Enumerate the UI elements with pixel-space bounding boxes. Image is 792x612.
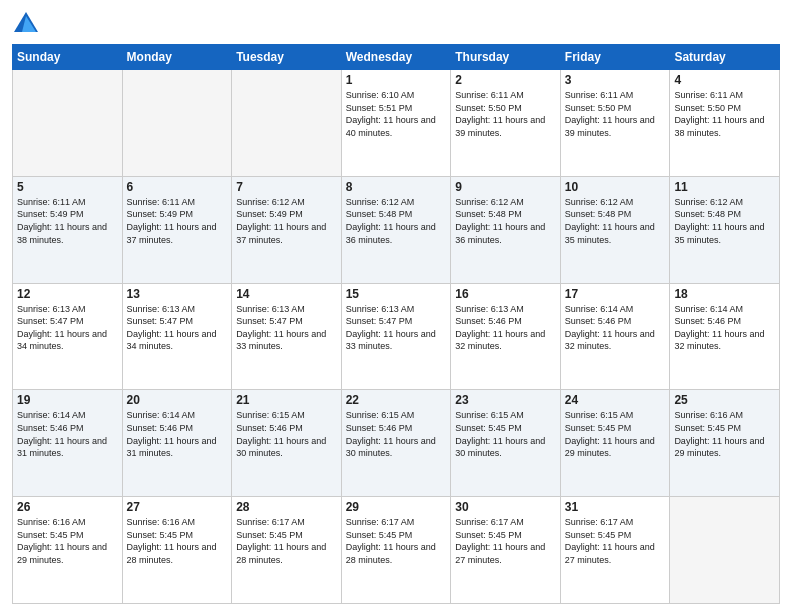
sunset-text: Sunset: 5:46 PM [565,316,632,326]
day-info: Sunrise: 6:11 AM Sunset: 5:49 PM Dayligh… [17,196,118,246]
day-info: Sunrise: 6:16 AM Sunset: 5:45 PM Dayligh… [674,409,775,459]
day-number: 18 [674,287,775,301]
day-number: 22 [346,393,447,407]
sunrise-text: Sunrise: 6:11 AM [17,197,86,207]
day-info: Sunrise: 6:12 AM Sunset: 5:48 PM Dayligh… [565,196,666,246]
sunset-text: Sunset: 5:50 PM [674,103,741,113]
calendar-day-cell: 17 Sunrise: 6:14 AM Sunset: 5:46 PM Dayl… [560,283,670,390]
sunset-text: Sunset: 5:49 PM [127,209,194,219]
calendar-day-cell: 26 Sunrise: 6:16 AM Sunset: 5:45 PM Dayl… [13,497,123,604]
daylight-text: Daylight: 11 hours and 31 minutes. [127,436,217,459]
day-number: 19 [17,393,118,407]
page: SundayMondayTuesdayWednesdayThursdayFrid… [0,0,792,612]
sunset-text: Sunset: 5:45 PM [455,530,522,540]
daylight-text: Daylight: 11 hours and 30 minutes. [236,436,326,459]
sunrise-text: Sunrise: 6:11 AM [455,90,524,100]
calendar-week-row: 19 Sunrise: 6:14 AM Sunset: 5:46 PM Dayl… [13,390,780,497]
sunrise-text: Sunrise: 6:13 AM [17,304,86,314]
calendar-day-cell: 31 Sunrise: 6:17 AM Sunset: 5:45 PM Dayl… [560,497,670,604]
calendar-day-cell: 13 Sunrise: 6:13 AM Sunset: 5:47 PM Dayl… [122,283,232,390]
sunrise-text: Sunrise: 6:16 AM [127,517,196,527]
day-number: 26 [17,500,118,514]
daylight-text: Daylight: 11 hours and 36 minutes. [455,222,545,245]
day-info: Sunrise: 6:10 AM Sunset: 5:51 PM Dayligh… [346,89,447,139]
calendar-week-row: 1 Sunrise: 6:10 AM Sunset: 5:51 PM Dayli… [13,70,780,177]
sunset-text: Sunset: 5:46 PM [127,423,194,433]
daylight-text: Daylight: 11 hours and 34 minutes. [127,329,217,352]
calendar-day-cell: 21 Sunrise: 6:15 AM Sunset: 5:46 PM Dayl… [232,390,342,497]
daylight-text: Daylight: 11 hours and 32 minutes. [455,329,545,352]
daylight-text: Daylight: 11 hours and 28 minutes. [346,542,436,565]
sunset-text: Sunset: 5:45 PM [455,423,522,433]
sunset-text: Sunset: 5:49 PM [236,209,303,219]
sunrise-text: Sunrise: 6:14 AM [674,304,743,314]
daylight-text: Daylight: 11 hours and 30 minutes. [346,436,436,459]
sunset-text: Sunset: 5:45 PM [674,423,741,433]
day-number: 5 [17,180,118,194]
day-info: Sunrise: 6:14 AM Sunset: 5:46 PM Dayligh… [17,409,118,459]
header [12,10,780,38]
calendar-day-cell: 15 Sunrise: 6:13 AM Sunset: 5:47 PM Dayl… [341,283,451,390]
day-info: Sunrise: 6:11 AM Sunset: 5:50 PM Dayligh… [455,89,556,139]
calendar-day-cell: 18 Sunrise: 6:14 AM Sunset: 5:46 PM Dayl… [670,283,780,390]
day-number: 25 [674,393,775,407]
day-number: 3 [565,73,666,87]
daylight-text: Daylight: 11 hours and 38 minutes. [674,115,764,138]
calendar-day-cell: 27 Sunrise: 6:16 AM Sunset: 5:45 PM Dayl… [122,497,232,604]
day-info: Sunrise: 6:17 AM Sunset: 5:45 PM Dayligh… [565,516,666,566]
day-info: Sunrise: 6:13 AM Sunset: 5:47 PM Dayligh… [127,303,228,353]
daylight-text: Daylight: 11 hours and 35 minutes. [674,222,764,245]
calendar-day-cell: 4 Sunrise: 6:11 AM Sunset: 5:50 PM Dayli… [670,70,780,177]
calendar-day-header: Thursday [451,45,561,70]
calendar-day-cell: 12 Sunrise: 6:13 AM Sunset: 5:47 PM Dayl… [13,283,123,390]
sunrise-text: Sunrise: 6:15 AM [236,410,305,420]
sunset-text: Sunset: 5:45 PM [565,423,632,433]
sunset-text: Sunset: 5:50 PM [455,103,522,113]
daylight-text: Daylight: 11 hours and 40 minutes. [346,115,436,138]
sunrise-text: Sunrise: 6:17 AM [455,517,524,527]
sunrise-text: Sunrise: 6:17 AM [236,517,305,527]
day-number: 8 [346,180,447,194]
sunrise-text: Sunrise: 6:12 AM [674,197,743,207]
calendar-day-cell: 30 Sunrise: 6:17 AM Sunset: 5:45 PM Dayl… [451,497,561,604]
day-info: Sunrise: 6:12 AM Sunset: 5:49 PM Dayligh… [236,196,337,246]
calendar-day-cell [670,497,780,604]
sunset-text: Sunset: 5:46 PM [346,423,413,433]
logo [12,10,44,38]
daylight-text: Daylight: 11 hours and 36 minutes. [346,222,436,245]
sunset-text: Sunset: 5:45 PM [346,530,413,540]
calendar-day-cell: 5 Sunrise: 6:11 AM Sunset: 5:49 PM Dayli… [13,176,123,283]
sunrise-text: Sunrise: 6:15 AM [346,410,415,420]
calendar-day-cell: 19 Sunrise: 6:14 AM Sunset: 5:46 PM Dayl… [13,390,123,497]
day-number: 14 [236,287,337,301]
day-info: Sunrise: 6:14 AM Sunset: 5:46 PM Dayligh… [565,303,666,353]
calendar-day-cell [122,70,232,177]
calendar-day-cell: 8 Sunrise: 6:12 AM Sunset: 5:48 PM Dayli… [341,176,451,283]
sunset-text: Sunset: 5:48 PM [565,209,632,219]
day-number: 11 [674,180,775,194]
day-info: Sunrise: 6:17 AM Sunset: 5:45 PM Dayligh… [346,516,447,566]
sunset-text: Sunset: 5:45 PM [17,530,84,540]
sunset-text: Sunset: 5:46 PM [674,316,741,326]
sunset-text: Sunset: 5:46 PM [236,423,303,433]
daylight-text: Daylight: 11 hours and 32 minutes. [565,329,655,352]
sunset-text: Sunset: 5:48 PM [674,209,741,219]
daylight-text: Daylight: 11 hours and 29 minutes. [565,436,655,459]
calendar-day-cell: 11 Sunrise: 6:12 AM Sunset: 5:48 PM Dayl… [670,176,780,283]
sunset-text: Sunset: 5:46 PM [455,316,522,326]
calendar-day-cell: 24 Sunrise: 6:15 AM Sunset: 5:45 PM Dayl… [560,390,670,497]
daylight-text: Daylight: 11 hours and 31 minutes. [17,436,107,459]
day-info: Sunrise: 6:13 AM Sunset: 5:47 PM Dayligh… [346,303,447,353]
sunset-text: Sunset: 5:48 PM [455,209,522,219]
day-info: Sunrise: 6:11 AM Sunset: 5:49 PM Dayligh… [127,196,228,246]
calendar-day-cell [13,70,123,177]
day-info: Sunrise: 6:17 AM Sunset: 5:45 PM Dayligh… [236,516,337,566]
calendar-day-cell: 28 Sunrise: 6:17 AM Sunset: 5:45 PM Dayl… [232,497,342,604]
sunset-text: Sunset: 5:47 PM [346,316,413,326]
calendar-day-header: Sunday [13,45,123,70]
sunset-text: Sunset: 5:51 PM [346,103,413,113]
sunset-text: Sunset: 5:48 PM [346,209,413,219]
daylight-text: Daylight: 11 hours and 33 minutes. [346,329,436,352]
daylight-text: Daylight: 11 hours and 27 minutes. [455,542,545,565]
calendar-day-cell: 29 Sunrise: 6:17 AM Sunset: 5:45 PM Dayl… [341,497,451,604]
